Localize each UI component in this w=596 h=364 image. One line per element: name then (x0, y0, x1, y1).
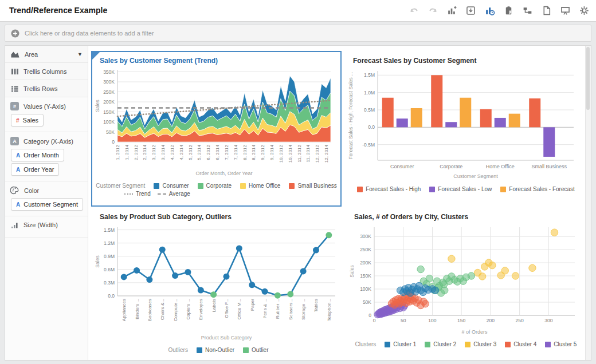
bar-chart[interactable]: -0.5M0.00.5M1.0M1.5MForecast Sales - Hig… (346, 66, 583, 182)
legend-item-consumer[interactable]: Consumer (154, 183, 189, 189)
svg-text:Customer Segment: Customer Segment (453, 173, 498, 179)
legend-title: Outliers (168, 347, 187, 353)
legend-item-non-outlier[interactable]: Non-Outlier (197, 347, 234, 353)
svg-text:2, 2014: 2, 2014 (142, 144, 147, 160)
chart-card-trend[interactable]: Sales by Customer Segment (Trend) 050K10… (91, 51, 342, 207)
svg-text:1.5M: 1.5M (364, 72, 375, 78)
svg-text:4, 2012: 4, 2012 (170, 144, 175, 160)
svg-text:Labels: Labels (211, 299, 217, 312)
legend-item-forecast-sales-low[interactable]: Forecast Sales - Low (429, 186, 492, 192)
svg-text:300K: 300K (103, 79, 115, 85)
pill-sales[interactable]: # Sales (11, 114, 44, 126)
legend-item-average[interactable]: Average (158, 191, 190, 197)
save-icon[interactable] (464, 4, 477, 17)
svg-text:Storage ...: Storage ... (301, 299, 306, 320)
legend: Forecast Sales - HighForecast Sales - Lo… (346, 186, 586, 192)
trellis-rows-label: Trellis Rows (23, 85, 58, 92)
pill-sales-label: Sales (23, 117, 39, 124)
legend-item-cluster-1[interactable]: Cluster 1 (385, 341, 416, 347)
legend-item-cluster-3[interactable]: Cluster 3 (465, 341, 496, 347)
vertical-scrollbar[interactable] (585, 46, 591, 360)
svg-text:Consumer: Consumer (390, 164, 414, 169)
legend-item-cluster-4[interactable]: Cluster 4 (505, 341, 536, 347)
legend-item-forecast-sales-high[interactable]: Forecast Sales - High (357, 186, 421, 192)
svg-text:4, 2014: 4, 2014 (179, 144, 184, 160)
chart-card-forecast[interactable]: Forecast Sales by Customer Segment -0.5M… (346, 52, 586, 202)
chart-type-select[interactable]: Area ▼ (5, 46, 88, 63)
svg-text:150: 150 (457, 318, 465, 323)
svg-text:7, 2014: 7, 2014 (233, 144, 238, 160)
dotted-line-icon (124, 193, 133, 195)
redo-icon[interactable] (426, 4, 439, 17)
pill-order-month[interactable]: A Order Month (11, 149, 64, 161)
svg-text:# of Orders: # of Orders (461, 329, 488, 335)
svg-text:10, 2012: 10, 2012 (279, 144, 284, 163)
svg-text:6, 2014: 6, 2014 (215, 144, 220, 160)
svg-text:50: 50 (401, 318, 406, 323)
chart-title: Sales, # of Orders by City, Clusters (347, 208, 585, 223)
svg-text:200K: 200K (360, 260, 371, 266)
legend-item-corporate[interactable]: Corporate (198, 183, 232, 189)
new-document-icon[interactable] (540, 4, 552, 17)
scrollbar-thumb[interactable] (586, 47, 590, 110)
svg-text:Pens & ...: Pens & ... (262, 299, 268, 319)
svg-text:12, 2014: 12, 2014 (324, 144, 329, 163)
add-visualization-icon[interactable] (445, 4, 458, 17)
chart-card-outliers[interactable]: Sales by Product Sub Category, Outliers … (92, 208, 344, 357)
legend-item-cluster-2[interactable]: Cluster 2 (425, 341, 456, 347)
color-section: Color A Customer Segment (5, 181, 88, 216)
chevron-down-icon: ▼ (77, 52, 83, 57)
pill-order-year[interactable]: A Order Year (11, 163, 59, 176)
svg-text:Envelopes: Envelopes (198, 299, 203, 320)
svg-text:250K: 250K (103, 89, 115, 95)
svg-text:Compute...: Compute... (173, 299, 178, 321)
legend-swatch (198, 183, 203, 189)
flow-icon[interactable] (521, 4, 534, 17)
svg-text:150K: 150K (360, 273, 371, 279)
svg-text:0.0: 0.0 (368, 124, 375, 130)
line-chart[interactable]: 0.00.3M0.6M0.9M1.2M1.5MSalesAppliancesBi… (92, 223, 342, 343)
legend-item-trend[interactable]: Trend (124, 191, 151, 197)
legend-item-cluster-5[interactable]: Cluster 5 (545, 341, 577, 347)
trellis-columns-label: Trellis Columns (23, 68, 66, 75)
svg-text:350K: 350K (103, 69, 115, 75)
add-filter-icon (11, 29, 19, 38)
visualize-icon[interactable] (483, 4, 496, 17)
legend-swatch (425, 342, 430, 347)
svg-text:Office F...: Office F... (224, 299, 229, 318)
copy-icon[interactable] (502, 4, 515, 17)
svg-text:50K: 50K (363, 299, 371, 305)
chart-card-clusters[interactable]: Sales, # of Orders by City, Clusters 050… (347, 208, 585, 357)
present-icon[interactable] (559, 4, 571, 17)
svg-text:3, 2012: 3, 2012 (151, 144, 156, 160)
legend-item-small-business[interactable]: Small Business (289, 183, 336, 189)
filter-bar[interactable]: Click here or drag data elements to add … (5, 25, 591, 42)
pill-customer-segment[interactable]: A Customer Segment (11, 198, 83, 211)
svg-text:100: 100 (428, 318, 436, 323)
chart-title: Sales by Product Sub Category, Outliers (92, 208, 344, 223)
trellis-rows-drop[interactable]: Trellis Rows (5, 80, 88, 97)
settings-icon[interactable] (578, 4, 590, 17)
values-section-label: Values (Y-Axis) (23, 103, 66, 110)
svg-text:250K: 250K (360, 247, 371, 252)
legend-item-forecast-sales-forecast[interactable]: Forecast Sales - Forecast (500, 186, 574, 192)
trellis-columns-icon (10, 68, 19, 76)
svg-text:Scissors...: Scissors... (288, 299, 293, 320)
undo-icon[interactable] (407, 4, 420, 17)
svg-text:300: 300 (544, 318, 552, 323)
svg-text:10, 2014: 10, 2014 (288, 144, 293, 163)
trellis-columns-drop[interactable]: Trellis Columns (5, 63, 88, 80)
attribute-icon: A (16, 201, 20, 208)
svg-text:Office M...: Office M... (237, 299, 242, 319)
svg-text:Sales: Sales (95, 255, 100, 267)
legend-item-outlier[interactable]: Outlier (243, 347, 268, 353)
legend-title: Clusters (355, 341, 377, 347)
svg-text:Binders ...: Binders ... (135, 299, 140, 319)
size-icon (10, 221, 19, 229)
svg-text:0.0: 0.0 (108, 293, 115, 299)
svg-text:0.3M: 0.3M (104, 280, 115, 286)
svg-text:Small Business: Small Business (531, 164, 567, 169)
area-chart[interactable]: 050K100K150K200K250K300K350KSales1, 2012… (92, 66, 335, 179)
scatter-chart[interactable]: 050K100K150K200K250K300KSales05010015020… (347, 223, 583, 337)
legend-item-home-office[interactable]: Home Office (240, 183, 280, 189)
